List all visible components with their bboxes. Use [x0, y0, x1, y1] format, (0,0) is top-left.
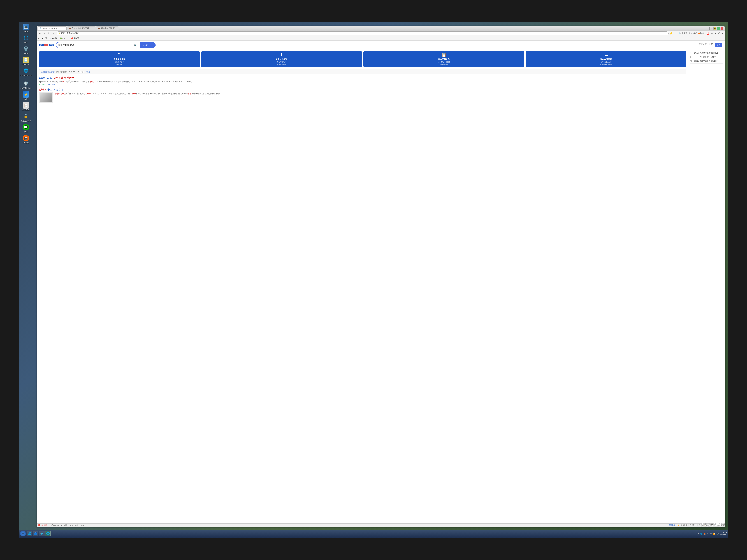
bookmarks-expand-icon[interactable]: ▶	[38, 37, 39, 39]
baidu-settings-link[interactable]: 设置	[709, 43, 713, 47]
hot-search-text[interactable]: 🔍 店员16个月盗530万 🔥热搜	[679, 32, 703, 35]
tray-keyboard-icon[interactable]: ⌨	[710, 533, 712, 535]
tray-monitor-icon[interactable]: 🖥	[707, 533, 709, 535]
tray-clock[interactable]: 19:03 2022/2/13	[720, 531, 727, 536]
scissors-icon[interactable]: ✂	[711, 32, 714, 35]
tray-volume-icon[interactable]: 🔊	[717, 533, 719, 535]
window-controls: 3 ─ □ ✕	[710, 27, 723, 30]
status-daily[interactable]: 每日关注	[681, 524, 687, 526]
refresh-button[interactable]: ↻	[47, 31, 51, 35]
icon-label-qqyingyin: QQ影音	[23, 142, 29, 144]
desktop-icon-file1[interactable]: 📄 0a7ff4ac9...	[20, 56, 32, 65]
tray-network-icon[interactable]: 🌐	[700, 533, 702, 535]
ad-block-icon[interactable]: 🎯	[706, 32, 710, 35]
taskbar-ie-icon[interactable]: 🌐	[27, 531, 32, 536]
result1-cache[interactable]: 百度快照	[48, 83, 55, 85]
address-text: 百度 ≡ 爱普生l383驱动	[61, 32, 667, 35]
tab-1[interactable]: 🔍 爱普生l383驱动_百度搜索 ✕	[38, 26, 67, 30]
taskbar-pinned-icons: 🌐 🔵 🐦 🌐	[27, 531, 51, 536]
minimize-button[interactable]: ─	[714, 27, 716, 30]
desktop-icon-jisuanji[interactable]: 💻 计算机	[20, 24, 32, 33]
tray-folder-icon[interactable]: 🗂	[697, 533, 699, 535]
desktop-icon-ie[interactable]: 🌐 Internet Explorer	[20, 68, 32, 78]
greasy-label: Greasy	[62, 37, 68, 39]
back-button[interactable]: ←	[38, 31, 42, 35]
new-tab-button[interactable]: +	[119, 27, 123, 30]
history-icon[interactable]: ↺	[718, 32, 721, 35]
desktop-icon-qihoo[interactable]: 🛡️ 360安全浏览器	[20, 80, 32, 89]
desktop-icon-kuaidi[interactable]: ⚡ 迅雷	[20, 91, 32, 100]
result1-title-link[interactable]: Epson L383 驱动下载-驱动天空	[39, 76, 687, 80]
baidu-home-link[interactable]: 百度首页	[699, 43, 706, 47]
desktop-icon-gudizhanchang[interactable]: 🗑️ 固收站	[20, 46, 32, 54]
status-video[interactable]: 我的视频	[669, 524, 675, 526]
dropdown-icon[interactable]: ⌄	[674, 32, 677, 35]
baidu-nav-links: 百度首页 设置 登录	[699, 43, 722, 47]
menu-icon[interactable]: ≡	[721, 32, 723, 35]
address-favicon: 🔒	[58, 32, 60, 34]
desktop-icon-file2[interactable]: 📋 60376e6e...	[20, 102, 32, 111]
ad-verified-icon: ✓保障	[85, 71, 90, 73]
taskbar-blue-icon[interactable]: 🔵	[33, 531, 38, 536]
star-icon: ★	[42, 37, 43, 39]
search-camera-button[interactable]: 📷	[132, 44, 138, 47]
icon-label-file2: 60376e6e...	[22, 109, 30, 111]
result1-source: 驱动天空	[39, 83, 46, 85]
close-button[interactable]: ✕	[721, 27, 723, 30]
desktop-icon-wangluolinj[interactable]: 🌐 网络	[20, 35, 32, 44]
card2-title: 海量软件下载	[203, 58, 361, 61]
maximize-button[interactable]: □	[717, 27, 720, 30]
address-bar[interactable]: 🔒 百度 ≡ 爱普生l383驱动	[56, 31, 669, 35]
feature-card-3[interactable]: 📋 官方正版软件 自主设置软件权限 无捆绑插件	[363, 51, 524, 67]
news-num-15: 15	[690, 60, 694, 62]
baidu-search-button[interactable]: 百度一下	[140, 42, 155, 48]
bookmark-luolaoxier[interactable]: 🔴 落老西儿	[70, 36, 82, 40]
taskbar-browser-icon[interactable]: 🌐	[45, 531, 51, 536]
baidu-login-button[interactable]: 登录	[715, 43, 722, 47]
bookmark-favorites[interactable]: ★ 收藏	[41, 36, 48, 40]
bookmark-greasy[interactable]: 🟢 Greasy	[59, 37, 69, 40]
forward-button[interactable]: →	[43, 31, 47, 35]
desktop-icon-weixin[interactable]: 💬 微信	[20, 124, 32, 133]
baidu-header: Baidu 百度 ✕ 📷 百度一下 百度首页 设置 登录	[37, 41, 725, 50]
baidu-logo-du: du	[44, 43, 48, 47]
home-button[interactable]: ⌂	[52, 31, 56, 35]
icon-label-kuaidi: 迅雷	[24, 98, 27, 100]
bookmark-bing[interactable]: b bing搜	[49, 36, 58, 40]
icon-label-anjian: 火绒安全软件	[21, 120, 31, 122]
status-hot[interactable]: 热点资讯	[690, 524, 696, 526]
icon-label-weixin: 微信	[24, 131, 27, 133]
window-num-badge[interactable]: 3	[710, 27, 713, 30]
news-item-15[interactable]: 15 醉酒女子死于客房酒店被判赔	[690, 59, 723, 63]
tab1-close-button[interactable]: ✕	[63, 27, 65, 29]
result1-meta: 驱动天空 百度快照	[39, 83, 687, 86]
ad-more-link[interactable]: 查看更多相关信息>>	[41, 71, 56, 73]
feature-card-4[interactable]: ☁ 版本实时更新 便携卸载软件 强力清除软件残留	[526, 51, 687, 67]
grid-icon[interactable]: ⊞	[714, 32, 717, 35]
separator2: |	[688, 524, 689, 526]
tray-antivirus-icon[interactable]: 🦊	[703, 533, 706, 535]
taskbar-bird-icon[interactable]: 🐦	[39, 531, 45, 536]
desktop-icon-anjian[interactable]: 🔒 火绒安全软件	[20, 113, 32, 122]
baidu-search-input[interactable]	[56, 44, 128, 46]
icon-label-jisuanji: 计算机	[24, 31, 28, 33]
desktop-icon-qqyingyin[interactable]: 🎬 QQ影音	[20, 135, 32, 144]
start-button[interactable]: ⊞	[20, 531, 26, 536]
search-clear-button[interactable]: ✕	[128, 44, 132, 47]
news-item-13[interactable]: 13 广西百色新增本土确诊病例12	[690, 51, 723, 55]
right-sidebar: 13 广西百色新增本土确诊病例12 14 空中技巧比赛按原计划进行 15 醉酒女…	[689, 50, 725, 524]
news-item-14[interactable]: 14 空中技巧比赛按原计划进行	[690, 55, 723, 59]
news-num-13: 13	[690, 52, 694, 54]
news-num-14: 14	[690, 56, 694, 58]
news-title-14: 空中技巧比赛按原计划进行	[694, 56, 716, 58]
tab3-favicon: 📥	[98, 27, 100, 29]
result2-title-link[interactable]: 爱普生(中国)有限公司	[39, 88, 687, 91]
tab3-close-button[interactable]: ✕	[115, 27, 117, 29]
tab-2[interactable]: 📥 Epson L383 驱动下载 - 驱动天... ✕	[67, 26, 96, 30]
separator1: |	[676, 524, 676, 526]
feature-card-2[interactable]: ⬇ 海量软件下载 官方正版软件 版本实时更新	[201, 51, 362, 67]
tab2-close-button[interactable]: ✕	[92, 27, 94, 29]
desktop-icons: 💻 计算机 🌐 网络 🗑️ 固收站 📄 0a7ff4ac9... 🌐 Inter…	[20, 24, 32, 144]
tab-3[interactable]: 📥 驱动天空_下载页 ✕	[96, 26, 119, 30]
feature-card-1[interactable]: 🛡 腾讯电脑管家 海量应用软件 免费下载	[39, 51, 200, 67]
